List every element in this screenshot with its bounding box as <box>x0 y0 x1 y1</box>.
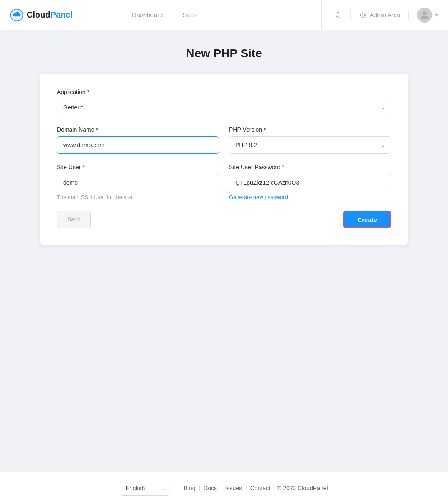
php-version-group: PHP Version * PHP 8.2 PHP 8.1 PHP 8.0 PH… <box>229 126 391 154</box>
site-user-group: Site User * The main SSH User for the si… <box>57 164 219 201</box>
main-nav: Dashboard Sites <box>112 0 322 30</box>
back-button[interactable]: Back <box>57 211 91 228</box>
application-select[interactable]: Generic WordPress Laravel Symfony <box>57 99 391 116</box>
domain-input[interactable] <box>57 136 219 154</box>
user-password-row: Site User * The main SSH User for the si… <box>57 164 391 201</box>
form-actions: Back Create <box>57 211 391 228</box>
footer-docs-link[interactable]: Docs <box>200 485 220 491</box>
site-user-label: Site User * <box>57 164 219 171</box>
admin-area-label: Admin Area <box>370 12 400 18</box>
cloud-logo-icon <box>10 8 23 22</box>
footer: English Deutsch Français Español ⌄ Blog … <box>0 472 448 504</box>
php-version-select[interactable]: PHP 8.2 PHP 8.1 PHP 8.0 PHP 7.4 <box>229 136 391 154</box>
user-avatar[interactable] <box>417 8 432 23</box>
generate-password-link[interactable]: Generate new password <box>229 194 288 200</box>
user-icon <box>420 10 429 20</box>
language-select[interactable]: English Deutsch Français Español <box>120 481 170 496</box>
logo-container: CloudPanel <box>0 0 112 30</box>
header-actions: ☾ ⚙ Admin Area ▾ <box>322 0 448 30</box>
php-version-label: PHP Version * <box>229 126 391 133</box>
footer-copyright: © 2023 CloudPanel <box>274 485 328 491</box>
form-card: Application * Generic WordPress Laravel … <box>40 74 408 245</box>
application-label: Application * <box>57 89 391 95</box>
nav-sites[interactable]: Sites <box>183 11 196 18</box>
admin-area-button[interactable]: ⚙ Admin Area <box>359 10 409 20</box>
domain-group: Domain Name * <box>57 126 219 154</box>
footer-issues-link[interactable]: Issues <box>222 485 245 491</box>
domain-label: Domain Name * <box>57 126 219 133</box>
application-select-wrapper: Generic WordPress Laravel Symfony ⌄ <box>57 99 391 116</box>
site-user-password-label: Site User Password * <box>229 164 391 171</box>
user-menu[interactable]: ▾ <box>417 8 438 23</box>
application-group: Application * Generic WordPress Laravel … <box>57 89 391 116</box>
admin-icon: ⚙ <box>359 10 367 20</box>
logo-text: CloudPanel <box>27 10 73 20</box>
php-select-wrapper: PHP 8.2 PHP 8.1 PHP 8.0 PHP 7.4 ⌄ <box>229 136 391 154</box>
dark-mode-icon[interactable]: ☾ <box>332 10 351 20</box>
site-user-password-group: Site User Password * Generate new passwo… <box>229 164 391 201</box>
header: CloudPanel Dashboard Sites ☾ ⚙ Admin Are… <box>0 0 448 30</box>
main-content: New PHP Site Application * Generic WordP… <box>0 30 448 472</box>
page-title: New PHP Site <box>186 47 262 60</box>
footer-blog-link[interactable]: Blog <box>180 485 199 491</box>
user-dropdown-arrow[interactable]: ▾ <box>435 12 438 18</box>
nav-dashboard[interactable]: Dashboard <box>132 11 163 18</box>
language-selector: English Deutsch Français Español ⌄ <box>120 481 170 496</box>
footer-contact-link[interactable]: Contact <box>247 485 274 491</box>
domain-php-row: Domain Name * PHP Version * PHP 8.2 PHP … <box>57 126 391 154</box>
site-user-hint: The main SSH User for the site. <box>57 194 219 200</box>
site-user-password-input[interactable] <box>229 174 391 191</box>
site-user-input[interactable] <box>57 174 219 191</box>
create-button[interactable]: Create <box>343 211 391 228</box>
footer-links: Blog | Docs | Issues | Contact © 2023 Cl… <box>180 485 328 491</box>
